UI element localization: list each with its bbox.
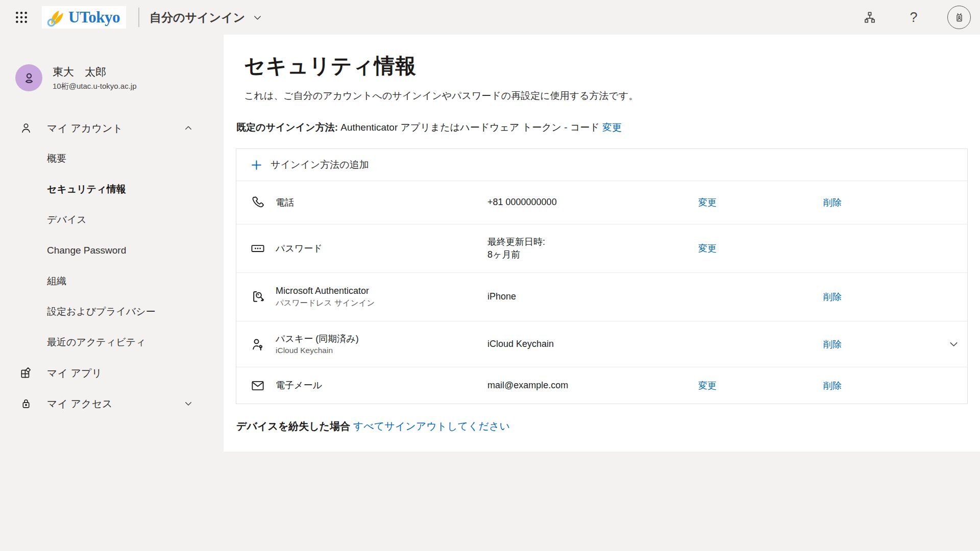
- change-link[interactable]: 変更: [698, 197, 717, 208]
- sidebar-section-label: マイ アプリ: [47, 366, 193, 380]
- person-icon: [21, 70, 37, 86]
- user-profile: 東大 太郎 10桁@utac.u-tokyo.ac.jp: [15, 64, 224, 91]
- row-expander[interactable]: [948, 339, 980, 349]
- sidebar-section-label: マイ アクセス: [47, 397, 184, 411]
- app-launcher-icon[interactable]: [10, 6, 33, 29]
- add-signin-method-button[interactable]: サインイン方法の追加: [236, 149, 967, 181]
- app-header: UTokyo 自分のサインイン ?: [0, 0, 980, 35]
- method-name: 電話: [276, 197, 487, 209]
- sidebar-item-devices[interactable]: デバイス: [0, 205, 224, 235]
- method-subtitle: iCloud Keychain: [276, 346, 487, 355]
- ginkgo-leaf-icon: [46, 8, 65, 27]
- sidebar-item-change-password[interactable]: Change Password: [0, 235, 224, 266]
- method-row-phone: 電話 +81 0000000000 変更 削除: [236, 181, 967, 224]
- change-link[interactable]: 変更: [698, 381, 717, 391]
- authenticator-icon: [236, 289, 276, 305]
- method-value: +81 0000000000: [487, 196, 698, 209]
- method-row-authenticator: Microsoft Authenticator パスワードレス サインイン iP…: [236, 272, 967, 321]
- delete-link[interactable]: 削除: [823, 197, 842, 208]
- utokyo-logo[interactable]: UTokyo: [42, 6, 126, 29]
- sidebar-item-overview[interactable]: 概要: [0, 143, 224, 174]
- user-name: 東大 太郎: [53, 65, 136, 79]
- method-name: パスワード: [276, 243, 487, 255]
- password-icon: [236, 241, 276, 256]
- sidebar-section-my-account[interactable]: マイ アカウント: [0, 113, 224, 143]
- add-method-label: サインイン方法の追加: [271, 158, 369, 171]
- method-subtitle: パスワードレス サインイン: [276, 298, 487, 309]
- apps-icon: [19, 366, 34, 380]
- person-icon: [19, 121, 34, 135]
- method-name-cell: Microsoft Authenticator パスワードレス サインイン: [276, 285, 487, 309]
- sidebar-item-security-info[interactable]: セキュリティ情報: [0, 174, 224, 205]
- help-icon[interactable]: ?: [903, 7, 924, 28]
- chevron-up-icon: [184, 123, 193, 133]
- portal-title: 自分のサインイン: [150, 10, 245, 26]
- sidebar: 東大 太郎 10桁@utac.u-tokyo.ac.jp マイ アカウント 概要…: [0, 35, 224, 551]
- lock-icon: [19, 397, 34, 410]
- chevron-down-icon: [184, 399, 193, 408]
- sidebar-item-settings-privacy[interactable]: 設定およびプライバシー: [0, 296, 224, 327]
- default-method-value: Authenticator アプリまたはハードウェア トークン - コード: [340, 122, 600, 133]
- header-divider: [138, 8, 139, 27]
- default-method-change-link[interactable]: 変更: [602, 122, 622, 133]
- phone-icon: [236, 195, 276, 210]
- lost-device-row: デバイスを紛失した場合 すべてサインアウトしてください: [236, 419, 968, 433]
- method-value: mail@example.com: [487, 379, 698, 392]
- portal-switcher[interactable]: 自分のサインイン: [150, 10, 262, 26]
- default-signin-method: 既定のサインイン方法: Authenticator アプリまたはハードウェア ト…: [236, 121, 968, 134]
- passkey-icon: [236, 337, 276, 352]
- page-title: セキュリティ情報: [244, 52, 968, 80]
- sidebar-section-my-apps[interactable]: マイ アプリ: [0, 358, 224, 388]
- method-value: iCloud Keychain: [487, 338, 698, 350]
- delete-link[interactable]: 削除: [823, 381, 842, 391]
- method-value: iPhone: [487, 290, 698, 303]
- logo-text: UTokyo: [68, 8, 120, 27]
- method-row-passkey: パスキー (同期済み) iCloud Keychain iCloud Keych…: [236, 321, 967, 367]
- signin-methods-card: サインイン方法の追加 電話 +81 0000000000 変更 削除: [236, 148, 968, 404]
- page-subtitle: これは、ご自分のアカウントへのサインインやパスワードの再設定に使用する方法です。: [244, 89, 968, 103]
- account-badge-icon: [952, 11, 966, 24]
- delete-link[interactable]: 削除: [823, 292, 842, 302]
- sidebar-item-organizations[interactable]: 組織: [0, 266, 224, 296]
- change-link[interactable]: 変更: [698, 243, 717, 254]
- method-row-email: 電子メール mail@example.com 変更 削除: [236, 367, 967, 404]
- plus-icon: [250, 159, 263, 171]
- chevron-down-icon: [253, 13, 262, 22]
- sidebar-section-label: マイ アカウント: [47, 121, 184, 135]
- org-chart-icon[interactable]: [860, 7, 880, 28]
- default-method-label: 既定のサインイン方法:: [236, 122, 338, 133]
- account-avatar[interactable]: [947, 6, 971, 29]
- method-name-cell: パスキー (同期済み) iCloud Keychain: [276, 333, 487, 356]
- method-name: 電子メール: [276, 380, 487, 391]
- email-icon: [236, 378, 276, 393]
- method-row-password: パスワード 最終更新日時: 8ヶ月前 変更: [236, 224, 967, 272]
- user-email: 10桁@utac.u-tokyo.ac.jp: [53, 82, 136, 91]
- method-value: 最終更新日時: 8ヶ月前: [487, 236, 698, 261]
- lost-device-label: デバイスを紛失した場合: [236, 420, 350, 432]
- avatar[interactable]: [15, 64, 42, 91]
- sidebar-section-my-access[interactable]: マイ アクセス: [0, 388, 224, 419]
- delete-link[interactable]: 削除: [823, 339, 842, 349]
- sign-out-everywhere-link[interactable]: すべてサインアウトしてください: [353, 420, 510, 432]
- sidebar-item-recent-activity[interactable]: 最近のアクティビティ: [0, 327, 224, 358]
- chevron-down-icon: [948, 339, 959, 349]
- main-content: セキュリティ情報 これは、ご自分のアカウントへのサインインやパスワードの再設定に…: [224, 35, 980, 452]
